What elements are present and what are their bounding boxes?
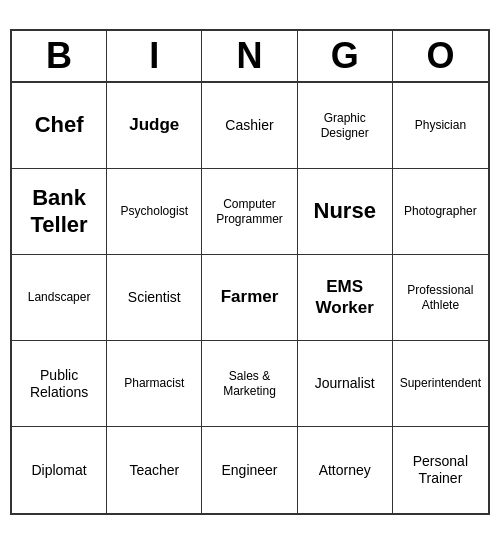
bingo-cell-19[interactable]: Superintendent — [393, 341, 488, 427]
bingo-cell-23[interactable]: Attorney — [298, 427, 393, 513]
bingo-cell-5[interactable]: BankTeller — [12, 169, 107, 255]
bingo-cell-20[interactable]: Diplomat — [12, 427, 107, 513]
bingo-cell-0[interactable]: Chef — [12, 83, 107, 169]
bingo-cell-21[interactable]: Teacher — [107, 427, 202, 513]
bingo-cell-6[interactable]: Psychologist — [107, 169, 202, 255]
bingo-cell-18[interactable]: Journalist — [298, 341, 393, 427]
bingo-cell-11[interactable]: Scientist — [107, 255, 202, 341]
bingo-grid: ChefJudgeCashierGraphicDesignerPhysician… — [12, 83, 488, 513]
bingo-cell-16[interactable]: Pharmacist — [107, 341, 202, 427]
header-letter-o: O — [393, 31, 488, 81]
header-letter-i: I — [107, 31, 202, 81]
bingo-cell-17[interactable]: Sales &Marketing — [202, 341, 297, 427]
bingo-cell-13[interactable]: EMSWorker — [298, 255, 393, 341]
header-letter-b: B — [12, 31, 107, 81]
bingo-header: BINGO — [12, 31, 488, 83]
bingo-cell-2[interactable]: Cashier — [202, 83, 297, 169]
bingo-cell-22[interactable]: Engineer — [202, 427, 297, 513]
bingo-cell-15[interactable]: PublicRelations — [12, 341, 107, 427]
bingo-cell-7[interactable]: ComputerProgrammer — [202, 169, 297, 255]
bingo-cell-12[interactable]: Farmer — [202, 255, 297, 341]
bingo-cell-8[interactable]: Nurse — [298, 169, 393, 255]
bingo-cell-3[interactable]: GraphicDesigner — [298, 83, 393, 169]
bingo-cell-14[interactable]: ProfessionalAthlete — [393, 255, 488, 341]
bingo-cell-24[interactable]: PersonalTrainer — [393, 427, 488, 513]
bingo-cell-4[interactable]: Physician — [393, 83, 488, 169]
bingo-cell-1[interactable]: Judge — [107, 83, 202, 169]
bingo-cell-9[interactable]: Photographer — [393, 169, 488, 255]
header-letter-n: N — [202, 31, 297, 81]
header-letter-g: G — [298, 31, 393, 81]
bingo-card: BINGO ChefJudgeCashierGraphicDesignerPhy… — [10, 29, 490, 515]
bingo-cell-10[interactable]: Landscaper — [12, 255, 107, 341]
